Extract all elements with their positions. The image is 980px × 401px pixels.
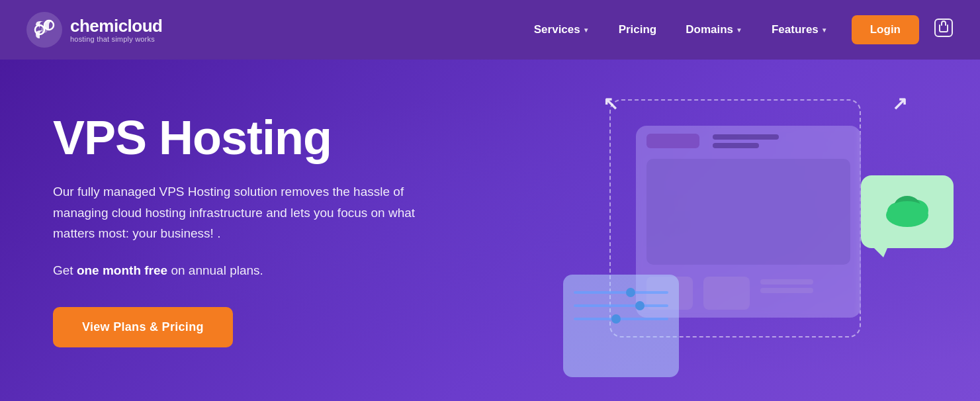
slider-line xyxy=(574,318,668,320)
svg-point-3 xyxy=(41,26,48,33)
illus-cloud-notification xyxy=(861,175,954,248)
nav-item-features[interactable]: Features ▼ xyxy=(760,17,840,43)
nav-item-pricing[interactable]: Pricing xyxy=(607,17,669,43)
slider-handle xyxy=(626,288,635,297)
hero-content: VPS Hosting Our fully managed VPS Hostin… xyxy=(53,113,437,348)
illus-slider-card xyxy=(563,275,679,377)
slider-handle xyxy=(611,314,621,324)
svg-point-9 xyxy=(887,201,927,222)
hero-illustration: ↖ ↗ xyxy=(550,73,960,397)
slider-track xyxy=(574,285,668,321)
slider-line xyxy=(574,291,668,294)
logo-name: chemicloud xyxy=(70,17,162,36)
illus-browser-body xyxy=(646,159,850,265)
chevron-down-icon: ▼ xyxy=(583,26,590,34)
cta-button[interactable]: View Plans & Pricing xyxy=(53,307,233,347)
illus-browser-header-block xyxy=(646,134,699,148)
logo[interactable]: chemicloud hosting that simply works xyxy=(26,12,162,48)
logo-tagline: hosting that simply works xyxy=(70,35,162,43)
slider-row xyxy=(574,290,668,294)
logo-icon xyxy=(26,12,62,48)
hero-section: VPS Hosting Our fully managed VPS Hostin… xyxy=(0,60,980,401)
cloud-icon xyxy=(881,192,934,232)
navbar: chemicloud hosting that simply works Ser… xyxy=(0,0,980,60)
illus-line xyxy=(713,134,779,140)
hero-promo: Get one month free on annual plans. xyxy=(53,263,437,278)
illus-line xyxy=(760,279,813,285)
slider-line xyxy=(574,304,668,307)
slider-row xyxy=(574,304,668,308)
hero-title: VPS Hosting xyxy=(53,113,437,163)
illus-line xyxy=(760,288,813,293)
illus-thumb-lines xyxy=(760,277,813,310)
nav-item-services[interactable]: Services ▼ xyxy=(522,17,601,43)
chevron-down-icon: ▼ xyxy=(821,26,828,34)
illus-line xyxy=(713,143,759,148)
chevron-down-icon: ▼ xyxy=(736,26,742,34)
login-button[interactable]: Login xyxy=(852,15,919,44)
arrow-topright-icon: ↗ xyxy=(892,93,907,114)
nav-item-domains[interactable]: Domains ▼ xyxy=(674,17,754,43)
illus-thumb xyxy=(703,277,750,310)
slider-handle xyxy=(635,301,645,310)
cart-icon[interactable] xyxy=(934,18,954,42)
nav-links: Services ▼ Pricing Domains ▼ Features ▼ … xyxy=(522,15,954,44)
hero-description: Our fully managed VPS Hosting solution r… xyxy=(53,181,437,244)
slider-row xyxy=(574,317,668,321)
